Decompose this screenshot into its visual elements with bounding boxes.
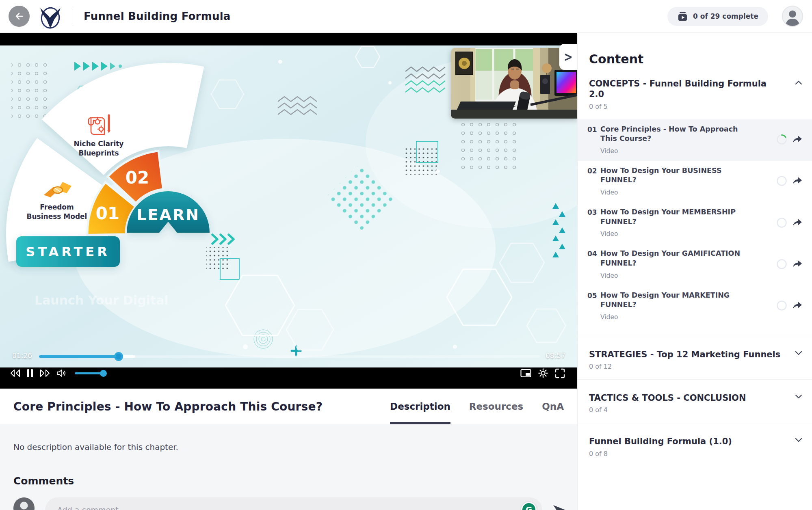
share-icon[interactable] xyxy=(793,177,802,185)
sidebar-collapse-button[interactable]: > xyxy=(559,44,577,70)
chevron-down-icon xyxy=(795,351,802,356)
header-divider xyxy=(73,9,73,24)
progress-ring-icon xyxy=(776,259,787,270)
lesson-info-bar: Core Principles - How To Approach This C… xyxy=(0,389,577,424)
progress-ring-icon xyxy=(776,217,787,228)
tab-resources[interactable]: Resources xyxy=(469,389,523,424)
progress-ring-icon xyxy=(776,300,787,311)
progress-badge-label: 0 of 29 complete xyxy=(693,12,758,20)
comment-avatar xyxy=(13,497,35,510)
video-player[interactable]: Niche Clarity Blueprints Freedom Busines… xyxy=(0,33,577,389)
person-icon xyxy=(13,497,35,510)
back-button[interactable] xyxy=(9,6,30,27)
content-sidebar: Content CONCEPTS - Funnel Building Formu… xyxy=(577,33,812,510)
brand-eagle-logo xyxy=(37,3,64,30)
svg-text:LEARN: LEARN xyxy=(136,206,200,224)
lesson-title: Core Principles - How To Approach This C… xyxy=(13,400,390,413)
seek-bar[interactable] xyxy=(39,355,540,358)
share-icon[interactable] xyxy=(793,302,802,309)
progress-ring-icon xyxy=(776,175,787,186)
svg-text:02: 02 xyxy=(126,168,149,188)
svg-text:Niche Clarity: Niche Clarity xyxy=(74,140,124,148)
share-icon[interactable] xyxy=(793,260,802,268)
person-icon xyxy=(783,6,802,27)
svg-text:Business Model: Business Model xyxy=(27,212,87,220)
course-progress-badge[interactable]: 0 of 29 complete xyxy=(667,7,768,26)
arrow-left-icon xyxy=(13,11,25,22)
section-progress: 0 of 12 xyxy=(589,363,812,370)
empty-description-text: No description available for this chapte… xyxy=(13,442,577,452)
section-header-fbf-1[interactable]: Funnel Building Formula (1.0) xyxy=(578,436,812,447)
share-icon[interactable] xyxy=(793,136,802,143)
svg-text:Blueprints: Blueprints xyxy=(78,149,119,157)
chevron-down-icon xyxy=(795,438,802,443)
section-header-strategies[interactable]: STRATEGIES - Top 12 Marketing Funnels xyxy=(578,349,812,360)
user-avatar[interactable] xyxy=(782,6,803,27)
comment-input[interactable] xyxy=(45,497,542,510)
section-concepts: CONCEPTS - Funnel Building Formula 2.0 0… xyxy=(578,78,812,336)
send-arrow-icon xyxy=(553,505,566,510)
played-bar xyxy=(39,355,119,358)
pause-button[interactable] xyxy=(27,369,33,378)
section-progress: 0 of 8 xyxy=(589,450,812,458)
course-title: Funnel Building Formula xyxy=(84,10,231,22)
section-header-tactics[interactable]: TACTICS & TOOLS - CONCLUSION xyxy=(578,393,812,403)
current-time: 01:26 xyxy=(12,352,32,360)
seek-knob[interactable] xyxy=(114,352,123,361)
section-tactics: TACTICS & TOOLS - CONCLUSION 0 of 4 xyxy=(578,379,812,423)
tab-qna[interactable]: QnA xyxy=(542,389,564,424)
chapter-item-04[interactable]: 04 How To Design Your GAMIFICATION FUNNE… xyxy=(578,244,812,285)
volume-slider[interactable] xyxy=(75,372,106,374)
course-player-app: Funnel Building Formula 0 of 29 complete xyxy=(0,0,812,510)
share-icon[interactable] xyxy=(793,219,802,227)
header: Funnel Building Formula 0 of 29 complete xyxy=(0,0,812,33)
chevron-up-icon xyxy=(795,80,802,85)
section-fbf-1: Funnel Building Formula (1.0) 0 of 8 xyxy=(578,423,812,466)
rewind-button[interactable] xyxy=(10,369,21,378)
presenter-webcam-scene xyxy=(451,48,577,119)
send-comment-button[interactable] xyxy=(553,505,566,510)
description-panel: No description available for this chapte… xyxy=(0,424,577,510)
total-time: 08:57 xyxy=(546,352,565,360)
svg-text:01: 01 xyxy=(96,203,119,223)
forward-button[interactable] xyxy=(39,369,50,378)
svg-text:Freedom: Freedom xyxy=(40,203,74,211)
volume-icon[interactable] xyxy=(56,369,66,378)
sidebar-title: Content xyxy=(589,52,812,66)
settings-button[interactable] xyxy=(538,368,548,378)
chapter-item-01[interactable]: 01 Core Principles - How To Approach Thi… xyxy=(578,119,812,161)
lesson-tabs: Description Resources QnA xyxy=(390,389,564,424)
pip-button[interactable] xyxy=(520,369,531,378)
progress-ring-icon xyxy=(776,134,787,145)
chapter-item-03[interactable]: 03 How To Design Your MEMBERSHIP FUNNEL?… xyxy=(578,202,812,244)
svg-text:STARTER: STARTER xyxy=(26,244,110,259)
video-watermark: Launch Your Digital xyxy=(35,293,169,307)
section-header-concepts[interactable]: CONCEPTS - Funnel Building Formula 2.0 xyxy=(578,78,812,100)
section-progress: 0 of 5 xyxy=(589,103,812,110)
fullscreen-button[interactable] xyxy=(555,368,565,378)
chevron-down-icon xyxy=(795,394,802,399)
chapter-item-02[interactable]: 02 How To Design Your BUSINESS FUNNEL? V… xyxy=(578,161,812,202)
video-library-icon xyxy=(677,11,688,22)
section-strategies: STRATEGIES - Top 12 Marketing Funnels 0 … xyxy=(578,336,812,379)
webcam-overlay xyxy=(451,48,577,119)
tab-description[interactable]: Description xyxy=(390,389,450,424)
comments-heading: Comments xyxy=(13,475,577,487)
chapter-item-05[interactable]: 05 How To Design Your MARKETING FUNNEL? … xyxy=(578,285,812,327)
chevron-right-icon: > xyxy=(564,49,573,65)
section-progress: 0 of 4 xyxy=(589,406,812,414)
volume-knob[interactable] xyxy=(100,370,107,377)
